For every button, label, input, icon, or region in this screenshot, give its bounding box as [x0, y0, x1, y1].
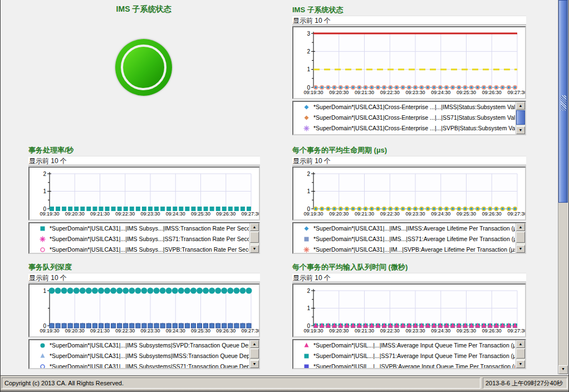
panel-title: IMS 子系统状态: [6, 4, 281, 13]
scroll-up-icon[interactable]: ▲: [250, 340, 259, 348]
chart-title: 事务处理率/秒: [28, 146, 260, 155]
legend-row[interactable]: *SuperDomain*|USILCA31|...|IMS Subsystem…: [30, 340, 249, 351]
scroll-down-icon[interactable]: ▼: [516, 245, 525, 253]
svg-text:09:22:30: 09:22:30: [380, 328, 400, 334]
legend-row[interactable]: *SuperDomain*|USILCA31|...|IMS Subsystem…: [30, 351, 249, 361]
square-marker-icon: [39, 225, 46, 232]
scroll-down-icon[interactable]: ▼: [250, 360, 259, 368]
scrollbar-thumb[interactable]: [516, 232, 525, 243]
svg-text:09:24:30: 09:24:30: [166, 328, 185, 334]
legend-row[interactable]: *SuperDomain*|USILCA31|...|IMS Subsys...…: [30, 234, 249, 244]
legend-row[interactable]: *SuperDomain*|USILCA31|...|IMS...|IMSS:A…: [293, 223, 515, 234]
svg-text:2: 2: [307, 288, 310, 294]
legend-label: *SuperDomain*|USILCA31|Cross-Enterprise …: [313, 102, 515, 112]
legend-row[interactable]: *SuperDomain*|USILCA31|...|IM...|SVPB:Av…: [293, 244, 515, 254]
svg-text:09:22:30: 09:22:30: [380, 211, 400, 217]
svg-text:09:20:30: 09:20:30: [65, 328, 85, 334]
legend-label: *SuperDomain*|USIL...|...|SS71:Average I…: [313, 351, 515, 361]
svg-text:09:19:30: 09:19:30: [303, 90, 323, 95]
legend-scrollbar[interactable]: ▲ ▼: [516, 340, 525, 368]
legend-row[interactable]: *SuperDomain*|USILCA31|Cross-Enterprise …: [293, 112, 515, 123]
scroll-down-icon[interactable]: ▼: [558, 365, 568, 374]
svg-text:09:26:30: 09:26:30: [216, 211, 236, 217]
svg-text:2: 2: [307, 48, 310, 55]
legend-label: *SuperDomain*|USILCA31|...|IMS Subsys...…: [50, 234, 249, 244]
legend-row[interactable]: *SuperDomain*|USILCA31|...|IMS...|SS71:A…: [293, 234, 515, 244]
svg-text:09:24:30: 09:24:30: [431, 90, 450, 95]
panel-chart-input-queue-time: 每个事务的平均输入队列时间 (微秒) 显示前 10 个 01209:19:300…: [292, 263, 526, 369]
legend-row[interactable]: *SuperDomain*|USILCA31|...|IMS Subsys...…: [30, 244, 249, 254]
svg-text:09:27:30: 09:27:30: [241, 328, 259, 334]
svg-text:09:20:30: 09:20:30: [65, 211, 85, 217]
status-bar: Copyright (c) 2013 CA. All Rights Reserv…: [1, 375, 568, 390]
scroll-down-icon[interactable]: ▼: [516, 126, 525, 134]
svg-text:09:26:30: 09:26:30: [482, 211, 502, 217]
chart-plot-area[interactable]: 0109:19:3009:20:3009:21:3009:22:3009:23:…: [28, 283, 260, 337]
svg-text:09:27:30: 09:27:30: [507, 90, 525, 95]
legend-scrollbar[interactable]: ▲ ▼: [249, 340, 259, 368]
scrollbar-thumb[interactable]: [516, 349, 525, 359]
svg-text:1: 1: [307, 66, 310, 72]
legend-row[interactable]: *SuperDomain*|USILCA31|...|IMS Subsys...…: [30, 223, 249, 234]
svg-text:09:25:30: 09:25:30: [457, 328, 476, 334]
svg-text:09:21:30: 09:21:30: [355, 90, 374, 95]
legend-label: *SuperDomain*|USIL...|...|SVPB:Average I…: [313, 361, 515, 369]
svg-text:1: 1: [307, 188, 310, 194]
svg-text:09:20:30: 09:20:30: [329, 328, 349, 334]
svg-text:09:26:30: 09:26:30: [482, 90, 502, 95]
svg-text:09:20:30: 09:20:30: [329, 90, 349, 95]
svg-text:09:19:30: 09:19:30: [303, 211, 323, 217]
window-bottom-edge: [1, 390, 568, 392]
asterisk-marker-icon: [39, 236, 46, 243]
scroll-up-icon[interactable]: ▲: [250, 223, 259, 231]
legend-row[interactable]: *SuperDomain*|USILCA31|Cross-Enterprise …: [293, 102, 515, 112]
legend-rows: *SuperDomain*|USILCA31|...|IMS...|IMSS:A…: [293, 223, 515, 254]
legend-scrollbar[interactable]: ▲ ▼: [249, 223, 259, 253]
legend-label: *SuperDomain*|USIL...|...|IMSS:Average I…: [313, 340, 515, 351]
chart-title: IMS 子系统状态: [292, 6, 526, 14]
triangle-marker-icon: [39, 352, 46, 360]
svg-text:09:25:30: 09:25:30: [457, 211, 476, 217]
legend-scrollbar[interactable]: ▲ ▼: [516, 223, 525, 253]
legend-label: *SuperDomain*|USILCA31|...|IMS Subsys...…: [50, 244, 249, 254]
asterisk-marker-icon: [303, 125, 310, 132]
scroll-up-icon[interactable]: ▲: [516, 223, 525, 231]
legend-scrollbar[interactable]: ▲ ▼: [516, 102, 525, 134]
legend-label: *SuperDomain*|USILCA31|...|IMS Subsystem…: [50, 351, 249, 361]
scrollbar-thumb[interactable]: [250, 349, 259, 359]
chart-subtitle: 显示前 10 个: [292, 273, 526, 282]
copyright-text: Copyright (c) 2013 CA. All Rights Reserv…: [2, 378, 480, 389]
legend-row[interactable]: *SuperDomain*|USILCA31|Cross-Enterprise …: [293, 123, 515, 134]
chart-plot-area[interactable]: 01209:19:3009:20:3009:21:3009:22:3009:23…: [28, 166, 260, 220]
scrollbar-thumb[interactable]: [558, 0, 568, 203]
scrollbar-thumb[interactable]: [250, 232, 259, 243]
scrollbar-thumb[interactable]: [516, 110, 525, 125]
chart-plot-area[interactable]: 01209:19:3009:20:3009:21:3009:22:3009:23…: [292, 166, 526, 220]
svg-text:09:21:30: 09:21:30: [90, 211, 110, 217]
open-circle-marker-icon: [39, 363, 46, 369]
legend-row[interactable]: *SuperDomain*|USIL...|...|SS71:Average I…: [293, 351, 515, 361]
chart-legend: *SuperDomain*|USILCA31|Cross-Enterprise …: [292, 101, 526, 135]
diamond-marker-icon: [303, 225, 310, 232]
open-circle-marker-icon: [39, 246, 46, 253]
chart-plot-area[interactable]: 01209:19:3009:20:3009:21:3009:22:3009:23…: [292, 283, 526, 337]
chart-plot-area[interactable]: 012309:19:3009:20:3009:21:3009:22:3009:2…: [292, 26, 526, 99]
scroll-up-icon[interactable]: ▲: [516, 102, 525, 110]
chart-subtitle: 显示前 10 个: [28, 156, 260, 165]
scroll-down-icon[interactable]: ▼: [516, 360, 525, 368]
scroll-up-icon[interactable]: ▲: [516, 340, 525, 348]
svg-text:09:25:30: 09:25:30: [191, 211, 210, 217]
scroll-down-icon[interactable]: ▼: [250, 245, 259, 253]
chart-legend: *SuperDomain*|USILCA31|...|IMS Subsystem…: [28, 339, 260, 369]
panel-chart-ims-subsystem-status: IMS 子系统状态 显示前 10 个 012309:19:3009:20:300…: [292, 6, 526, 135]
svg-text:09:27:30: 09:27:30: [241, 211, 259, 217]
legend-label: *SuperDomain*|USILCA31|...|IMS...|IMSS:A…: [313, 223, 515, 234]
window-vertical-scrollbar[interactable]: ▼: [558, 0, 568, 374]
legend-row[interactable]: *SuperDomain*|USIL...|...|SVPB:Average I…: [293, 361, 515, 369]
legend-rows: *SuperDomain*|USIL...|...|IMSS:Average I…: [293, 340, 515, 369]
legend-row[interactable]: *SuperDomain*|USILCA31|...|IMS Subsystem…: [30, 361, 249, 369]
legend-row[interactable]: *SuperDomain*|USIL...|...|IMSS:Average I…: [293, 340, 515, 351]
square-marker-icon: [303, 363, 310, 369]
chart-legend: *SuperDomain*|USIL...|...|IMSS:Average I…: [292, 339, 526, 369]
legend-label: *SuperDomain*|USILCA31|...|IMS Subsys...…: [50, 223, 249, 234]
